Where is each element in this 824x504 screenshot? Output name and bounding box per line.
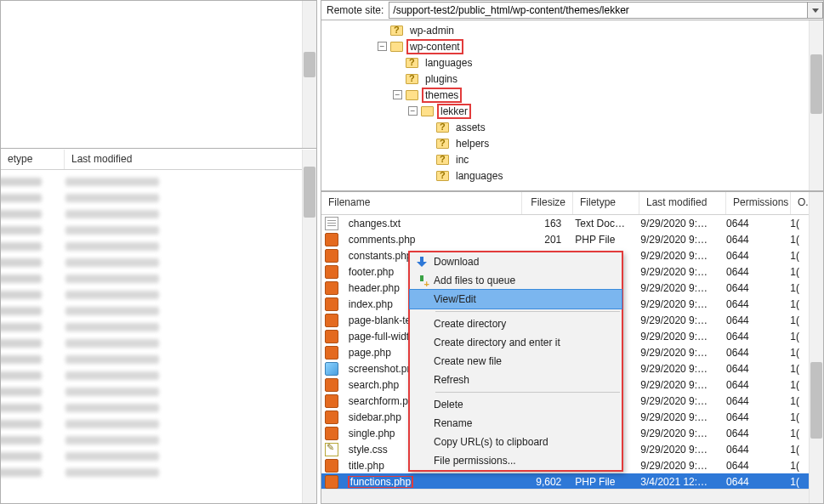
tree-label: languages (453, 169, 505, 183)
local-file-row[interactable] (1, 367, 316, 383)
col-lastmodified[interactable]: Last modified (65, 150, 316, 169)
local-file-row[interactable] (1, 383, 316, 399)
local-file-row[interactable] (1, 319, 316, 335)
folder-icon (436, 155, 449, 165)
local-tree-area (1, 1, 316, 149)
local-file-row[interactable] (1, 448, 316, 464)
folder-icon (436, 122, 449, 133)
tree-node[interactable]: inc (321, 151, 809, 167)
remote-path-input[interactable] (389, 2, 808, 19)
expander-icon[interactable]: − (393, 90, 402, 99)
tree-node[interactable]: −themes (321, 87, 809, 103)
tree-node[interactable]: assets (321, 119, 809, 135)
ctx-create-dir-enter[interactable]: Create directory and enter it (410, 333, 622, 352)
folder-icon (390, 42, 403, 52)
file-row[interactable]: changes.txt163Text Docu...9/29/2020 9:11… (321, 215, 809, 231)
ctx-add-to-queue[interactable]: Add files to queue (410, 271, 622, 290)
list-header: Filename Filesize Filetype Last modified… (321, 192, 823, 215)
tree-node[interactable]: languages (321, 167, 809, 184)
ctx-download[interactable]: Download (410, 252, 622, 271)
ctx-separator (435, 311, 620, 312)
file-mod: 9/29/2020 9:11:... (634, 379, 719, 391)
local-file-row[interactable] (1, 303, 316, 319)
col-filesize[interactable]: Filesize (522, 192, 573, 214)
local-file-row[interactable] (1, 399, 316, 416)
file-perm: 0644 (719, 347, 783, 359)
folder-icon (406, 90, 418, 100)
local-file-row[interactable] (1, 416, 316, 432)
file-owner: 1( (783, 428, 809, 439)
local-file-row[interactable] (1, 464, 316, 480)
tree-label: inc (453, 153, 471, 167)
file-icon (325, 443, 338, 456)
local-file-row[interactable] (1, 206, 316, 222)
local-pane: etype Last modified (0, 0, 317, 504)
tree-node[interactable]: languages (321, 54, 809, 71)
local-file-row[interactable] (1, 351, 316, 367)
ctx-view-edit[interactable]: View/Edit (410, 290, 622, 309)
col-filetype[interactable]: etype (1, 150, 65, 169)
ctx-create-file[interactable]: Create new file (410, 352, 622, 371)
ctx-createfile-label: Create new file (434, 355, 615, 367)
file-owner: 1( (783, 347, 809, 359)
tree-node[interactable]: plugins (321, 71, 809, 87)
local-file-row[interactable] (1, 173, 316, 190)
col-filetype[interactable]: Filetype (573, 192, 639, 214)
local-file-row[interactable] (1, 254, 316, 270)
remote-path-dropdown[interactable] (808, 2, 823, 19)
ctx-refresh-label: Refresh (434, 374, 615, 386)
local-file-row[interactable] (1, 222, 316, 238)
file-perm: 0644 (719, 379, 783, 391)
file-mod: 9/29/2020 9:11:... (634, 234, 719, 246)
ctx-delete[interactable]: Delete (410, 395, 622, 414)
file-row[interactable]: comments.php201PHP File9/29/2020 9:11:..… (321, 231, 809, 247)
scrollbar-horizontal[interactable] (321, 489, 809, 503)
file-owner: 1( (783, 314, 809, 326)
expander-icon[interactable]: − (408, 106, 418, 116)
context-menu: Download Add files to queue View/Edit Cr… (408, 251, 623, 472)
scrollbar-vertical[interactable] (302, 150, 316, 503)
tree-label: assets (453, 121, 488, 134)
local-file-row[interactable] (1, 286, 316, 303)
file-name: changes.txt (342, 218, 518, 229)
local-file-row[interactable] (1, 335, 316, 351)
folder-icon (421, 106, 434, 116)
file-mod: 9/29/2020 9:11:... (634, 411, 719, 423)
add-queue-icon (417, 275, 427, 286)
scrollbar-vertical[interactable] (809, 192, 823, 503)
file-perm: 0644 (719, 250, 783, 262)
tree-node[interactable]: wp-admin (321, 22, 809, 38)
tree-label: plugins (423, 72, 460, 86)
ctx-copy-url[interactable]: Copy URL(s) to clipboard (410, 433, 622, 451)
local-file-row[interactable] (1, 270, 316, 286)
ctx-rename[interactable]: Rename (410, 414, 622, 433)
tree-node[interactable]: −wp-content (321, 38, 809, 54)
local-list-area: etype Last modified (1, 150, 316, 503)
ctx-refresh[interactable]: Refresh (410, 371, 622, 389)
scrollbar-vertical[interactable] (302, 1, 316, 148)
remote-site-label: Remote site: (321, 4, 389, 16)
ctx-create-dir[interactable]: Create directory (410, 314, 622, 333)
expander-icon[interactable]: − (378, 42, 387, 51)
local-file-row[interactable] (1, 238, 316, 254)
ctx-createent-label: Create directory and enter it (434, 337, 615, 348)
file-mod: 9/29/2020 9:11:... (634, 460, 719, 472)
tree-node[interactable]: −lekker (321, 103, 809, 119)
file-size: 201 (518, 234, 568, 246)
file-icon (325, 427, 338, 440)
file-row[interactable]: functions.php9,602PHP File3/4/2021 12:50… (321, 473, 809, 490)
file-mod: 9/29/2020 9:11:... (634, 282, 719, 294)
scrollbar-vertical[interactable] (809, 20, 823, 190)
col-perm[interactable]: Permissions (726, 192, 791, 214)
col-filename[interactable]: Filename (321, 192, 522, 214)
local-file-row[interactable] (1, 432, 316, 448)
ctx-createdir-label: Create directory (434, 318, 615, 330)
tree-node[interactable]: helpers (321, 135, 809, 151)
file-icon (325, 249, 338, 263)
file-mod: 9/29/2020 9:11:... (634, 428, 719, 439)
ctx-file-permissions[interactable]: File permissions... (410, 451, 622, 470)
remote-path-bar: Remote site: (321, 0, 824, 20)
col-lastmod[interactable]: Last modified (639, 192, 726, 214)
file-mod: 9/29/2020 9:11:... (634, 363, 719, 375)
local-file-row[interactable] (1, 190, 316, 206)
